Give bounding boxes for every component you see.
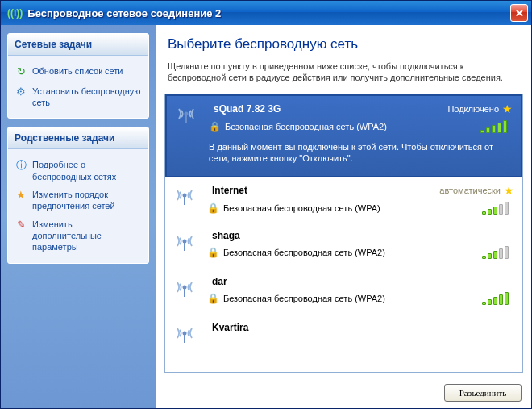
task-link[interactable]: ⚙Установить беспроводную сеть	[13, 82, 143, 112]
panel-header: Родственные задачи	[8, 127, 148, 149]
sidebar: Сетевые задачи ↻Обновить список сети⚙Уст…	[1, 25, 156, 408]
task-label: Подробнее о беспроводных сетях	[32, 159, 142, 182]
antenna-icon	[173, 322, 196, 354]
network-item[interactable]: dar🔒Безопасная беспроводная сеть (WPA2)	[165, 269, 522, 315]
footer: Разъединить	[156, 378, 531, 408]
preferred-star-icon: ★	[502, 102, 513, 115]
signal-strength-icon	[482, 202, 514, 215]
svg-rect-7	[184, 287, 185, 297]
network-name: dar	[204, 276, 514, 287]
signal-strength-icon	[480, 120, 513, 133]
refresh-icon: ↻	[15, 65, 27, 79]
svg-rect-9	[184, 333, 185, 343]
panel-body: ⓘПодробнее о беспроводных сетях★Изменить…	[8, 149, 148, 262]
settings-icon: ✎	[15, 219, 27, 232]
titlebar: ((ı)) Беспроводное сетевое соединение 2 …	[1, 1, 531, 25]
network-item[interactable]: sQuad 7.82 3GПодключено★🔒Безопасная бесп…	[165, 94, 522, 178]
network-body: sQuad 7.82 3GПодключено★🔒Безопасная бесп…	[206, 102, 513, 165]
network-status: Подключено	[447, 104, 499, 114]
task-label: Обновить список сети	[32, 65, 123, 77]
network-security: 🔒Безопасная беспроводная сеть (WPA2)	[204, 247, 385, 258]
task-label: Изменить дополнительные параметры	[32, 219, 142, 253]
security-label: Безопасная беспроводная сеть (WPA)	[223, 203, 380, 213]
page-title: Выберите беспроводную сеть	[168, 36, 520, 52]
preferred-star-icon: ★	[504, 184, 514, 197]
svg-rect-3	[184, 195, 185, 205]
security-label: Безопасная беспроводная сеть (WPA2)	[223, 294, 385, 303]
star-icon: ★	[15, 189, 27, 202]
signal-strength-icon	[482, 292, 514, 305]
network-name: shaga	[204, 230, 514, 241]
network-body: shaga🔒Безопасная беспроводная сеть (WPA2…	[204, 230, 514, 259]
network-item[interactable]: Kvartira	[165, 315, 522, 361]
adapter-icon: ⚙	[15, 86, 27, 99]
window-title: Беспроводное сетевое соединение 2	[27, 7, 510, 19]
network-status: автоматически	[439, 186, 501, 195]
antenna-icon	[173, 276, 196, 308]
svg-rect-1	[185, 114, 187, 123]
task-link[interactable]: ★Изменить порядок предпочтения сетей	[13, 186, 143, 215]
svg-rect-5	[184, 241, 185, 251]
network-body: Internetавтоматически★🔒Безопасная беспро…	[204, 184, 514, 215]
panel-body: ↻Обновить список сети⚙Установить беспров…	[8, 56, 148, 118]
antenna-icon	[173, 184, 196, 216]
window: ((ı)) Беспроводное сетевое соединение 2 …	[0, 0, 532, 409]
page-description: Щелкните по пункту в приведенном ниже сп…	[168, 61, 520, 84]
network-security: 🔒Безопасная беспроводная сеть (WPA)	[204, 202, 380, 214]
task-label: Установить беспроводную сеть	[32, 86, 142, 109]
lock-icon: 🔒	[209, 121, 221, 132]
content: Сетевые задачи ↻Обновить список сети⚙Уст…	[1, 25, 531, 408]
network-security: 🔒Безопасная беспроводная сеть (WPA2)	[204, 293, 385, 304]
task-link[interactable]: ✎Изменить дополнительные параметры	[13, 215, 143, 257]
network-body: dar🔒Безопасная беспроводная сеть (WPA2)	[204, 276, 514, 305]
main-header: Выберите беспроводную сеть Щелкните по п…	[156, 25, 531, 89]
info-icon: ⓘ	[15, 159, 27, 173]
network-name: Kvartira	[204, 322, 514, 333]
close-button[interactable]: ✕	[510, 4, 528, 22]
wireless-icon: ((ı))	[7, 7, 23, 19]
disconnect-button[interactable]: Разъединить	[444, 384, 522, 402]
antenna-icon	[175, 102, 197, 135]
security-label: Безопасная беспроводная сеть (WPA2)	[225, 122, 387, 131]
network-item[interactable]: Internetавтоматически★🔒Безопасная беспро…	[165, 177, 522, 223]
task-label: Изменить порядок предпочтения сетей	[32, 189, 142, 212]
main-pane: Выберите беспроводную сеть Щелкните по п…	[156, 25, 531, 408]
lock-icon: 🔒	[207, 202, 219, 214]
security-label: Безопасная беспроводная сеть (WPA2)	[223, 248, 385, 257]
network-security: 🔒Безопасная беспроводная сеть (WPA2)	[206, 121, 387, 132]
antenna-icon	[173, 230, 196, 262]
task-link[interactable]: ↻Обновить список сети	[13, 62, 143, 82]
lock-icon: 🔒	[207, 293, 219, 304]
signal-strength-icon	[482, 246, 514, 259]
network-item[interactable]: shaga🔒Безопасная беспроводная сеть (WPA2…	[165, 223, 522, 269]
network-body: Kvartira	[204, 322, 514, 333]
panel-network-tasks: Сетевые задачи ↻Обновить список сети⚙Уст…	[7, 33, 149, 119]
panel-header: Сетевые задачи	[8, 34, 148, 56]
network-name: sQuad 7.82 3G	[206, 103, 447, 115]
lock-icon: 🔒	[207, 247, 219, 258]
task-link[interactable]: ⓘПодробнее о беспроводных сетях	[13, 156, 143, 186]
network-list[interactable]: sQuad 7.82 3GПодключено★🔒Безопасная бесп…	[164, 94, 523, 373]
network-message: В данный момент вы подключены к этой сет…	[206, 138, 513, 165]
panel-related-tasks: Родственные задачи ⓘПодробнее о беспрово…	[7, 127, 149, 263]
network-name: Internet	[204, 185, 439, 196]
